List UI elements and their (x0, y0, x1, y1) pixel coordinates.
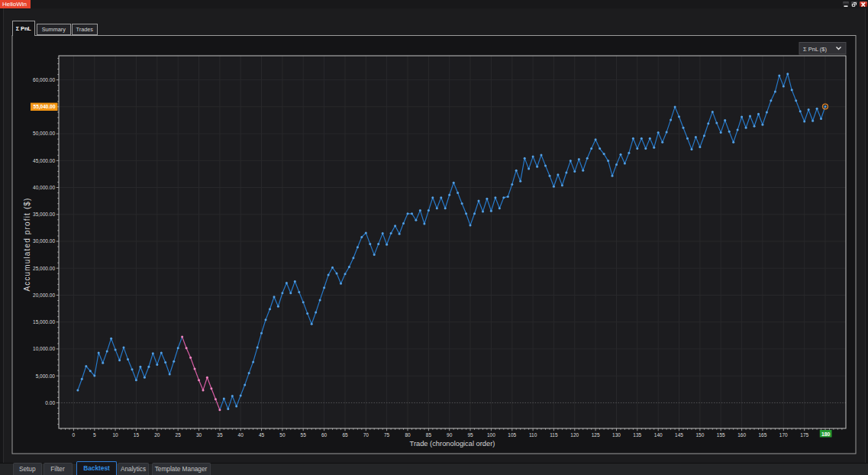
svg-text:55,040.00: 55,040.00 (34, 104, 56, 110)
svg-text:120: 120 (570, 432, 579, 438)
svg-text:30,000.00: 30,000.00 (33, 238, 55, 244)
svg-text:95: 95 (467, 432, 473, 438)
svg-text:40: 40 (238, 432, 244, 438)
svg-text:5: 5 (93, 432, 96, 438)
svg-text:45,000.00: 45,000.00 (33, 158, 55, 163)
svg-text:0: 0 (73, 432, 76, 438)
svg-text:Trade (chronological order): Trade (chronological order) (410, 440, 495, 448)
svg-text:150: 150 (695, 432, 704, 438)
svg-text:145: 145 (675, 432, 683, 438)
svg-text:55: 55 (301, 432, 307, 438)
svg-text:155: 155 (717, 432, 725, 438)
svg-text:110: 110 (529, 432, 537, 438)
svg-text:60: 60 (321, 432, 328, 438)
svg-text:20,000.00: 20,000.00 (33, 292, 55, 298)
svg-text:35,000.00: 35,000.00 (33, 212, 55, 217)
svg-text:140: 140 (654, 432, 663, 438)
svg-text:180: 180 (821, 431, 831, 437)
svg-text:65: 65 (342, 432, 348, 438)
svg-text:130: 130 (612, 432, 621, 438)
svg-text:50,000.00: 50,000.00 (33, 131, 55, 136)
svg-text:25: 25 (176, 432, 182, 438)
svg-text:100: 100 (487, 432, 495, 438)
svg-text:115: 115 (550, 432, 558, 438)
svg-text:20: 20 (154, 432, 160, 438)
svg-text:135: 135 (633, 432, 641, 438)
svg-text:10: 10 (112, 432, 118, 438)
svg-text:170: 170 (779, 432, 788, 438)
svg-text:165: 165 (758, 432, 766, 438)
svg-text:125: 125 (592, 432, 600, 438)
svg-text:50: 50 (279, 432, 286, 438)
svg-text:75: 75 (384, 432, 390, 438)
svg-text:160: 160 (737, 432, 746, 438)
svg-text:15,000.00: 15,000.00 (33, 319, 55, 325)
svg-text:35: 35 (217, 432, 223, 438)
svg-text:40,000.00: 40,000.00 (33, 185, 55, 190)
svg-text:45: 45 (259, 432, 265, 438)
svg-text:Accumulated profit ($): Accumulated profit ($) (23, 197, 31, 291)
svg-text:70: 70 (363, 432, 369, 438)
svg-text:0.00: 0.00 (45, 400, 55, 406)
svg-text:80: 80 (405, 432, 411, 438)
svg-text:5,000.00: 5,000.00 (36, 373, 56, 379)
svg-text:25,000.00: 25,000.00 (33, 266, 55, 271)
svg-text:85: 85 (426, 432, 432, 438)
svg-text:15: 15 (134, 432, 140, 438)
svg-text:90: 90 (447, 432, 453, 438)
svg-text:105: 105 (508, 432, 516, 438)
svg-text:10,000.00: 10,000.00 (33, 346, 55, 351)
svg-text:Σ PnL ($): Σ PnL ($) (803, 46, 828, 53)
svg-text:30: 30 (196, 432, 202, 438)
svg-text:175: 175 (800, 432, 808, 438)
svg-text:60,000.00: 60,000.00 (33, 77, 55, 82)
